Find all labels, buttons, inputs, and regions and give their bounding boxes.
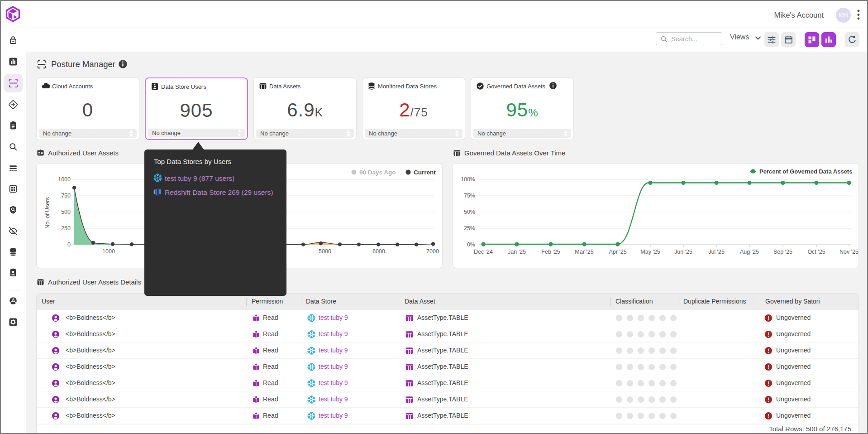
svg-text:Dec '24: Dec '24 (474, 249, 493, 255)
svg-text:Mar '25: Mar '25 (575, 249, 593, 255)
svg-text:0%: 0% (467, 241, 475, 248)
svg-text:25%: 25% (464, 225, 475, 231)
svg-text:Nov '25: Nov '25 (839, 249, 858, 255)
svg-text:1000: 1000 (102, 248, 115, 255)
svg-text:Jun '25: Jun '25 (674, 249, 692, 255)
svg-text:250: 250 (61, 225, 71, 231)
svg-text:5000: 5000 (319, 248, 331, 255)
svg-text:Oct '25: Oct '25 (807, 249, 825, 255)
svg-text:Jan '25: Jan '25 (508, 249, 526, 255)
svg-text:Feb '25: Feb '25 (541, 249, 560, 255)
svg-text:Apr '25: Apr '25 (609, 249, 626, 255)
svg-text:50%: 50% (464, 209, 475, 215)
svg-text:No. of Users: No. of Users (44, 197, 51, 228)
svg-text:90 Days Ago: 90 Days Ago (359, 169, 396, 176)
svg-text:500: 500 (61, 209, 71, 215)
svg-text:7000: 7000 (426, 248, 439, 255)
svg-text:Sep '25: Sep '25 (773, 249, 792, 255)
svg-text:100%: 100% (461, 176, 475, 183)
svg-text:750: 750 (61, 193, 71, 199)
svg-text:Jul '25: Jul '25 (708, 249, 725, 255)
svg-text:Current: Current (414, 169, 436, 176)
svg-text:0: 0 (67, 241, 71, 248)
svg-text:75%: 75% (464, 193, 475, 199)
svg-text:May '25: May '25 (640, 249, 660, 255)
svg-text:Aug '25: Aug '25 (740, 249, 759, 255)
svg-text:6000: 6000 (372, 248, 385, 255)
svg-text:Percent of Governed Data Asset: Percent of Governed Data Assets (759, 168, 852, 175)
svg-text:1000: 1000 (58, 176, 71, 183)
